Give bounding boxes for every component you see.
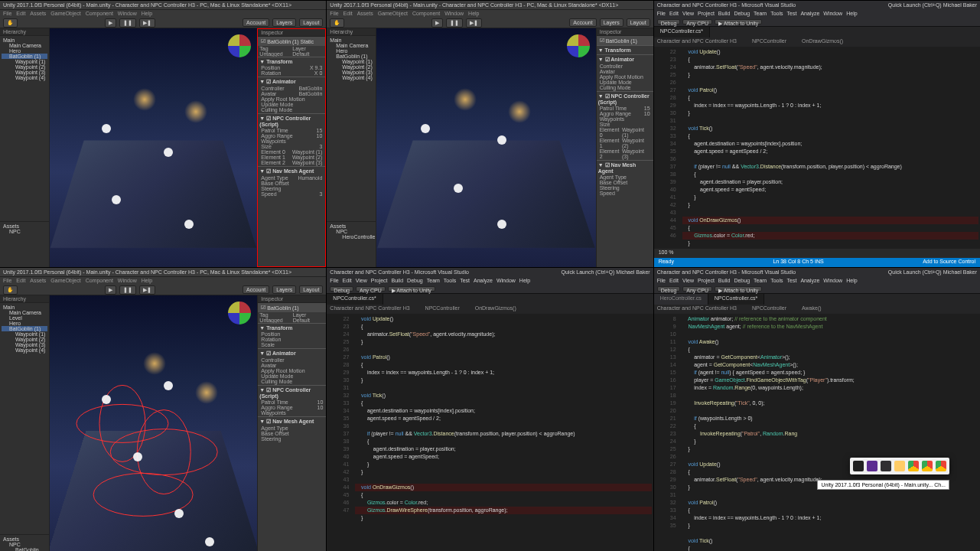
unity-panel-4: Unity 2017.1.0f3 Personal (64bit) - Main… <box>0 1 326 267</box>
taskbar-unity-icon[interactable] <box>853 461 864 471</box>
taskbar-chrome-icon[interactable] <box>908 461 919 471</box>
vs-panel-1: Character and NPC Controller H3 - Micros… <box>654 1 980 267</box>
code-editor[interactable]: 2223242526272829303132333435363738394041… <box>654 47 980 249</box>
unity-panel-7: Unity 2017.1.0f3 Personal (64bit) - Main… <box>0 268 326 551</box>
vs-panel-3: Character and NPC Controller H3 - Micros… <box>654 268 980 551</box>
quick-launch[interactable]: Quick Launch (Ctrl+Q) <box>888 2 942 8</box>
taskbar-folder-icon[interactable] <box>894 461 905 471</box>
taskbar-chrome-icon-3[interactable] <box>936 461 946 471</box>
vs-panel-2: Character and NPC Controller H3 - Micros… <box>327 268 653 551</box>
unity-panel-5: Unity 2017.1.0f3 Personal (64bit) - Main… <box>327 1 653 267</box>
taskbar-tooltip: Unity 2017.1.0f3 Personal (64bit) - Main… <box>817 480 949 490</box>
taskbar-chrome-icon-2[interactable] <box>922 461 933 471</box>
taskbar-thumbnails[interactable] <box>850 458 949 474</box>
tab-npc[interactable]: NPCController.cs* <box>654 27 710 37</box>
taskbar-obs-icon[interactable] <box>881 461 891 471</box>
taskbar-vs-icon[interactable] <box>867 461 877 471</box>
